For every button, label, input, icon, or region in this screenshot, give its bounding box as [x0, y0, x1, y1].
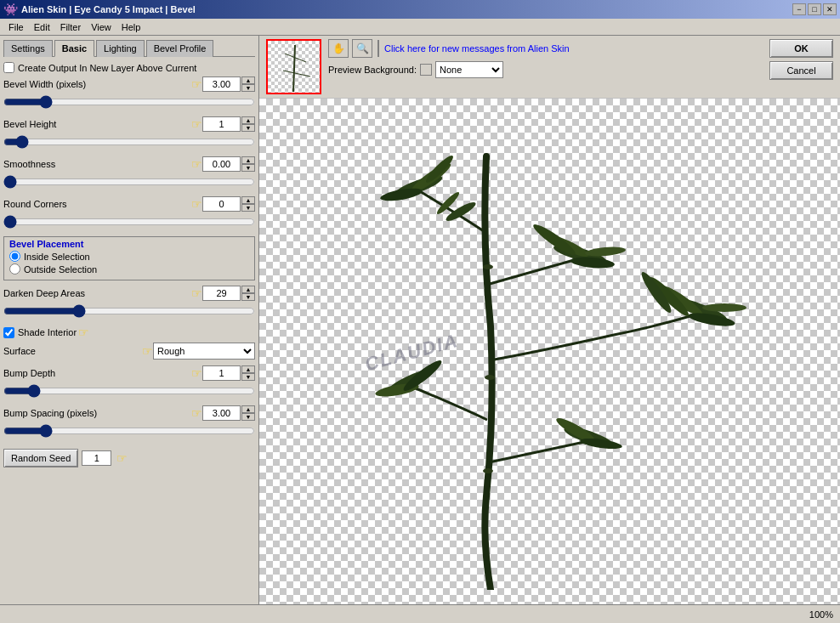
inside-selection-row: Inside Selection	[9, 251, 249, 262]
bamboo-image	[259, 99, 840, 604]
bevel-width-row: Bevel Width (pixels) ☞ ▲ ▼	[3, 76, 255, 92]
round-corners-up[interactable]: ▲	[241, 196, 255, 204]
bevel-height-input[interactable]	[202, 116, 241, 132]
bump-depth-spinner[interactable]: ▲ ▼	[202, 365, 255, 381]
random-seed-row: Random Seed ☞	[3, 449, 255, 467]
smoothness-slider[interactable]	[3, 176, 255, 188]
smoothness-input[interactable]	[202, 156, 241, 172]
tabs: Settings Basic Lighting Bevel Profile	[3, 39, 255, 57]
app-icon: 👾	[3, 3, 18, 16]
svg-line-2	[283, 71, 310, 76]
darken-deep-spinner[interactable]: ▲ ▼	[202, 286, 255, 301]
shade-interior-checkbox[interactable]	[3, 327, 14, 338]
random-seed-input[interactable]	[82, 450, 111, 466]
bump-depth-up[interactable]: ▲	[241, 365, 255, 373]
bump-spacing-input[interactable]	[202, 405, 241, 421]
bump-spacing-down[interactable]: ▼	[241, 413, 255, 421]
round-corners-spinner[interactable]: ▲ ▼	[202, 196, 255, 212]
bump-depth-down[interactable]: ▼	[241, 373, 255, 381]
menu-edit[interactable]: Edit	[29, 20, 55, 34]
menu-help[interactable]: Help	[116, 20, 146, 34]
ok-button[interactable]: OK	[769, 39, 833, 58]
shade-interior-row: Shade Interior ☞	[3, 326, 255, 339]
bump-spacing-label: Bump Spacing (pixels)	[3, 408, 190, 418]
bevel-height-spinner[interactable]: ▲ ▼	[202, 116, 255, 132]
menu-filter[interactable]: Filter	[55, 20, 86, 34]
titlebar-title: Alien Skin | Eye Candy 5 Impact | Bevel	[21, 4, 196, 14]
bevel-height-up[interactable]: ▲	[241, 116, 255, 124]
bevel-height-slider-row	[3, 134, 255, 151]
message-link[interactable]: Click here for new messages from Alien S…	[384, 43, 570, 54]
darken-deep-input[interactable]	[202, 286, 241, 301]
bump-spacing-spinner[interactable]: ▲ ▼	[202, 405, 255, 421]
bevel-placement-group: Bevel Placement Inside Selection Outside…	[3, 236, 255, 280]
shade-interior-cursor: ☞	[78, 326, 89, 339]
bevel-placement-label: Bevel Placement	[9, 239, 249, 249]
minimize-button[interactable]: −	[792, 3, 806, 15]
close-button[interactable]: ✕	[823, 3, 837, 15]
inside-selection-radio[interactable]	[9, 251, 20, 262]
bevel-width-cursor: ☞	[191, 77, 202, 91]
bevel-width-spinner[interactable]: ▲ ▼	[202, 76, 255, 92]
round-corners-input[interactable]	[202, 196, 241, 212]
outside-selection-radio[interactable]	[9, 263, 20, 275]
bevel-height-down[interactable]: ▼	[241, 124, 255, 132]
smoothness-label: Smoothness	[3, 159, 190, 169]
titlebar-controls[interactable]: − □ ✕	[792, 3, 837, 15]
tab-settings[interactable]: Settings	[3, 40, 53, 57]
bevel-width-up[interactable]: ▲	[241, 76, 255, 84]
pan-tool-button[interactable]: ✋	[328, 39, 349, 58]
svg-point-19	[702, 303, 746, 312]
bump-depth-label: Bump Depth	[3, 368, 190, 378]
darken-deep-down[interactable]: ▼	[241, 293, 255, 301]
bump-spacing-slider-row	[3, 423, 255, 440]
create-output-row: Create Output In New Layer Above Current	[3, 62, 255, 73]
zoom-tool-button[interactable]: 🔍	[352, 39, 372, 58]
outside-selection-label: Outside Selection	[24, 264, 97, 275]
preview-bg-select[interactable]: None White Black	[435, 61, 503, 78]
bump-spacing-up[interactable]: ▲	[241, 405, 255, 413]
maximize-button[interactable]: □	[808, 3, 821, 15]
surface-select[interactable]: Rough Smooth Bumpy	[153, 343, 255, 360]
darken-deep-up[interactable]: ▲	[241, 286, 255, 293]
smoothness-row: Smoothness ☞ ▲ ▼	[3, 156, 255, 172]
bevel-height-row: Bevel Height ☞ ▲ ▼	[3, 116, 255, 132]
round-corners-slider-row	[3, 214, 255, 231]
preview-area[interactable]: CLAUDIA	[259, 99, 840, 604]
bump-depth-row: Bump Depth ☞ ▲ ▼	[3, 365, 255, 381]
bevel-width-input[interactable]	[202, 76, 241, 92]
smoothness-up[interactable]: ▲	[241, 156, 255, 164]
svg-point-3	[483, 264, 493, 269]
titlebar: 👾 Alien Skin | Eye Candy 5 Impact | Beve…	[0, 0, 840, 19]
bevel-height-slider[interactable]	[3, 136, 255, 148]
random-seed-button[interactable]: Random Seed	[3, 449, 78, 467]
bump-spacing-slider[interactable]	[3, 425, 255, 437]
bevel-width-down[interactable]: ▼	[241, 84, 255, 92]
menu-file[interactable]: File	[3, 20, 29, 34]
bevel-height-label: Bevel Height	[3, 119, 190, 129]
bump-depth-cursor: ☞	[191, 366, 202, 380]
tab-basic[interactable]: Basic	[54, 40, 94, 57]
smoothness-spinner[interactable]: ▲ ▼	[202, 156, 255, 172]
bump-depth-input[interactable]	[202, 365, 241, 381]
surface-cursor: ☞	[142, 344, 153, 358]
preview-bg-color	[420, 64, 432, 76]
bump-spacing-row: Bump Spacing (pixels) ☞ ▲ ▼	[3, 405, 255, 421]
bevel-width-slider[interactable]	[3, 96, 255, 108]
bump-depth-slider[interactable]	[3, 385, 255, 397]
right-panel: ✋ 🔍 Click here for new messages from Ali…	[259, 36, 840, 604]
tab-lighting[interactable]: Lighting	[96, 40, 145, 57]
smoothness-down[interactable]: ▼	[241, 164, 255, 172]
round-corners-slider[interactable]	[3, 216, 255, 228]
surface-label: Surface	[3, 346, 140, 356]
darken-deep-slider[interactable]	[3, 305, 255, 317]
darken-deep-label: Darken Deep Areas	[3, 288, 190, 298]
bevel-height-cursor: ☞	[191, 117, 202, 131]
svg-point-5	[483, 468, 493, 473]
round-corners-down[interactable]: ▼	[241, 204, 255, 212]
cancel-button[interactable]: Cancel	[769, 61, 833, 80]
create-output-checkbox[interactable]	[3, 62, 14, 73]
tab-bevel-profile[interactable]: Bevel Profile	[146, 40, 214, 57]
darken-deep-row: Darken Deep Areas ☞ ▲ ▼	[3, 286, 255, 301]
menu-view[interactable]: View	[86, 20, 116, 34]
